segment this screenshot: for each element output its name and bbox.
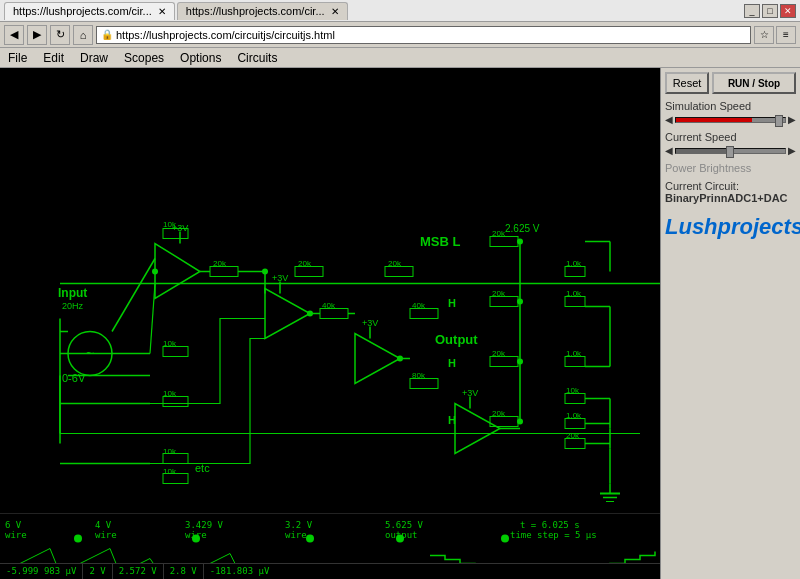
menu-file[interactable]: File: [0, 49, 35, 67]
svg-text:20Hz: 20Hz: [62, 301, 84, 311]
sim-speed-left-arrow[interactable]: ◀: [665, 114, 673, 125]
back-button[interactable]: ◀: [4, 25, 24, 45]
svg-text:time step = 5 µs: time step = 5 µs: [510, 530, 597, 540]
svg-text:wire: wire: [5, 530, 27, 540]
svg-text:20k: 20k: [492, 349, 506, 358]
window-controls: _ □ ✕: [744, 4, 796, 18]
svg-text:t = 6.025 s: t = 6.025 s: [520, 520, 580, 530]
current-speed-row: ◀ ▶: [665, 145, 796, 156]
current-speed-label: Current Speed: [665, 131, 796, 143]
svg-text:H: H: [448, 414, 456, 426]
settings-icon[interactable]: ≡: [776, 26, 796, 44]
status-item-4: 2.8 V: [164, 564, 204, 579]
current-circuit-section: Current Circuit: BinaryPrinnADC1+DAC: [665, 180, 796, 204]
status-item-1: -5.999 983 µV: [0, 564, 83, 579]
status-item-3: 2.572 V: [113, 564, 164, 579]
simulation-speed-section: Simulation Speed ◀ ▶: [665, 100, 796, 125]
svg-text:1.0k: 1.0k: [566, 349, 582, 358]
menu-circuits[interactable]: Circuits: [229, 49, 285, 67]
svg-text:+3V: +3V: [462, 388, 478, 398]
minimize-button[interactable]: _: [744, 4, 760, 18]
menu-scopes[interactable]: Scopes: [116, 49, 172, 67]
current-circuit-label: Current Circuit:: [665, 180, 796, 192]
reset-button[interactable]: Reset: [665, 72, 709, 94]
status-item-5: -181.803 µV: [204, 564, 276, 579]
tab-1-label: https://lushprojects.com/cir...: [13, 5, 152, 17]
menu-draw[interactable]: Draw: [72, 49, 116, 67]
sim-speed-row: ◀ ▶: [665, 114, 796, 125]
current-speed-section: Current Speed ◀ ▶: [665, 131, 796, 156]
svg-text:~: ~: [86, 345, 94, 361]
svg-text:40k: 40k: [412, 301, 426, 310]
refresh-button[interactable]: ↻: [50, 25, 70, 45]
svg-point-61: [74, 535, 82, 543]
current-speed-right-arrow[interactable]: ▶: [788, 145, 796, 156]
close-button[interactable]: ✕: [780, 4, 796, 18]
svg-text:80k: 80k: [412, 371, 426, 380]
power-brightness-section: Power Brightness: [665, 162, 796, 174]
right-panel: Reset RUN / Stop Simulation Speed ◀ ▶: [660, 68, 800, 579]
svg-text:+3V: +3V: [272, 273, 288, 283]
maximize-button[interactable]: □: [762, 4, 778, 18]
sim-speed-right-arrow[interactable]: ▶: [788, 114, 796, 125]
svg-text:20k: 20k: [213, 259, 227, 268]
svg-text:etc: etc: [195, 462, 210, 474]
svg-text:output: output: [385, 530, 418, 540]
svg-text:1.0k: 1.0k: [566, 411, 582, 420]
nav-bar: ◀ ▶ ↻ ⌂ 🔒 https://lushprojects.com/circu…: [0, 22, 800, 48]
svg-text:20k: 20k: [566, 431, 580, 440]
svg-text:3.2 V: 3.2 V: [285, 520, 313, 530]
svg-point-58: [517, 419, 523, 425]
title-bar: https://lushprojects.com/cir... ✕ https:…: [0, 0, 800, 22]
power-brightness-label: Power Brightness: [665, 162, 796, 174]
svg-text:H: H: [448, 357, 456, 369]
sim-speed-track[interactable]: [675, 117, 786, 123]
current-speed-left-arrow[interactable]: ◀: [665, 145, 673, 156]
content-area: ~: [0, 68, 800, 579]
svg-text:10k: 10k: [163, 447, 177, 456]
svg-point-65: [501, 535, 509, 543]
svg-text:Input: Input: [58, 286, 87, 300]
address-bar[interactable]: 🔒 https://lushprojects.com/circuitjs/cir…: [96, 26, 751, 44]
menu-bar: File Edit Draw Scopes Options Circuits: [0, 48, 800, 68]
menu-edit[interactable]: Edit: [35, 49, 72, 67]
svg-text:20k: 20k: [298, 259, 312, 268]
run-stop-button[interactable]: RUN / Stop: [712, 72, 796, 94]
nav-extras: ☆ ≡: [754, 26, 796, 44]
svg-text:H: H: [448, 297, 456, 309]
tab-2[interactable]: https://lushprojects.com/cir... ✕: [177, 2, 348, 20]
home-button[interactable]: ⌂: [73, 25, 93, 45]
tab-1[interactable]: https://lushprojects.com/cir... ✕: [4, 2, 175, 20]
svg-text:20k: 20k: [492, 229, 506, 238]
bookmark-icon[interactable]: ☆: [754, 26, 774, 44]
circuit-canvas[interactable]: ~: [0, 68, 660, 579]
current-circuit-value: BinaryPrinnADC1+DAC: [665, 192, 796, 204]
forward-button[interactable]: ▶: [27, 25, 47, 45]
svg-text:20k: 20k: [388, 259, 402, 268]
svg-text:MSB L: MSB L: [420, 234, 461, 249]
svg-text:10k: 10k: [163, 467, 177, 476]
svg-point-59: [307, 311, 313, 317]
svg-text:6 V: 6 V: [5, 520, 22, 530]
svg-text:10k: 10k: [566, 386, 580, 395]
svg-text:10k: 10k: [163, 220, 177, 229]
svg-text:40k: 40k: [322, 301, 336, 310]
svg-text:1.0k: 1.0k: [566, 289, 582, 298]
status-item-2: 2 V: [83, 564, 112, 579]
svg-point-63: [306, 535, 314, 543]
svg-text:20k: 20k: [492, 289, 506, 298]
tab-2-label: https://lushprojects.com/cir...: [186, 5, 325, 17]
lushprojects-logo: Lushprojects: [665, 214, 796, 240]
svg-point-60: [397, 356, 403, 362]
tab-1-close[interactable]: ✕: [158, 6, 166, 17]
svg-text:2.625 V: 2.625 V: [505, 223, 540, 234]
tab-2-close[interactable]: ✕: [331, 6, 339, 17]
svg-point-56: [517, 299, 523, 305]
url-text: https://lushprojects.com/circuitjs/circu…: [116, 29, 335, 41]
svg-text:0-6V: 0-6V: [62, 372, 86, 384]
current-speed-track[interactable]: [675, 148, 786, 154]
svg-text:4 V: 4 V: [95, 520, 112, 530]
svg-text:20k: 20k: [492, 409, 506, 418]
menu-options[interactable]: Options: [172, 49, 229, 67]
circuit-svg: ~: [0, 68, 660, 579]
